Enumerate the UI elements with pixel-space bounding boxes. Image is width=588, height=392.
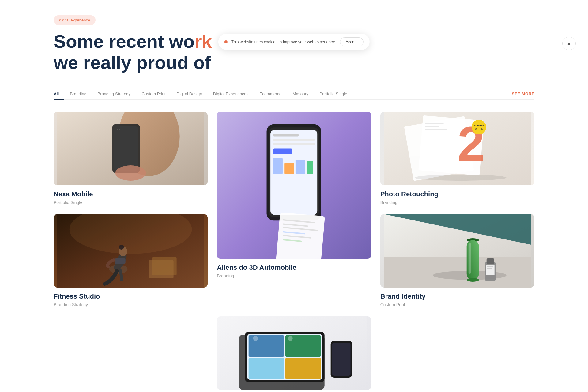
filter-branding-strategy[interactable]: Branding Strategy (92, 89, 136, 99)
svg-rect-53 (285, 358, 321, 379)
portfolio-thumb-5 (217, 316, 371, 390)
portfolio-thumb-6 (380, 214, 534, 288)
svg-point-4 (117, 129, 118, 130)
svg-rect-41 (152, 257, 177, 275)
svg-point-55 (288, 336, 293, 341)
svg-point-65 (466, 278, 479, 282)
heading-line2: we really proud of (54, 52, 211, 73)
svg-text:SCENES: SCENES (474, 124, 484, 127)
portfolio-thumb-4 (54, 214, 208, 288)
portfolio-title-3: Photo Retouching (380, 190, 534, 198)
svg-rect-19 (307, 161, 313, 174)
svg-point-31 (471, 120, 486, 134)
svg-rect-14 (273, 143, 315, 145)
filter-masonry[interactable]: Masonry (287, 89, 314, 99)
filter-custom-print[interactable]: Custom Print (136, 89, 171, 99)
portfolio-item-5[interactable]: Digital Experience Digital Design (217, 316, 371, 392)
portfolio-grid: Nexa Mobile Portfolio Single (54, 112, 534, 392)
cookie-message: This website uses cookies to improve you… (231, 40, 336, 44)
svg-rect-20 (275, 212, 325, 259)
svg-rect-45 (115, 258, 126, 264)
svg-point-44 (119, 245, 124, 250)
portfolio-category-3: Branding (380, 200, 534, 205)
filter-branding[interactable]: Branding (64, 89, 92, 99)
portfolio-category-2: Branding (217, 273, 371, 278)
portfolio-item-4[interactable]: Fitness Studio Branding Strategy (54, 214, 208, 307)
svg-point-37 (414, 175, 506, 181)
svg-rect-35 (425, 126, 439, 127)
svg-rect-3 (114, 126, 138, 171)
svg-rect-68 (486, 258, 494, 264)
cookie-accept-button[interactable]: Accept (340, 37, 364, 46)
svg-rect-36 (425, 129, 447, 130)
svg-text:OF THE: OF THE (475, 128, 483, 130)
svg-rect-57 (332, 343, 351, 376)
filter-digital-design[interactable]: Digital Design (171, 89, 207, 99)
portfolio-title-6: Brand Identity (380, 292, 534, 300)
filter-nav: All Branding Branding Strategy Custom Pr… (54, 89, 534, 100)
portfolio-thumb-1 (54, 112, 208, 185)
portfolio-title-1: Nexa Mobile (54, 190, 208, 198)
filter-portfolio-single[interactable]: Portfolio Single (314, 89, 353, 99)
portfolio-thumb-3: 2 SCENES OF THE (380, 112, 534, 185)
filter-ecommerce[interactable]: Ecommerce (254, 89, 287, 99)
svg-rect-18 (296, 160, 305, 174)
scroll-up-button[interactable]: ▲ (562, 37, 576, 50)
cookie-dot-icon (224, 40, 228, 43)
filter-digital-experiences[interactable]: Digital Experiences (208, 89, 254, 99)
section-tag: digital experience (54, 15, 96, 25)
svg-rect-13 (273, 139, 315, 141)
svg-point-54 (253, 336, 258, 341)
portfolio-item-6[interactable]: Brand Identity Custom Print (380, 214, 534, 307)
portfolio-title-4: Fitness Studio (54, 292, 208, 300)
portfolio-item-1[interactable]: Nexa Mobile Portfolio Single (54, 112, 208, 205)
main-content: digital experience Some recent work we r… (0, 0, 588, 392)
svg-rect-52 (249, 358, 284, 379)
svg-rect-17 (285, 163, 294, 174)
portfolio-category-4: Branding Strategy (54, 302, 208, 307)
heading-line1: Some recent work (54, 31, 212, 52)
svg-point-5 (119, 129, 120, 130)
svg-point-7 (115, 165, 146, 181)
svg-point-6 (122, 129, 123, 130)
filter-all[interactable]: All (54, 89, 64, 99)
cookie-banner: This website uses cookies to improve you… (218, 34, 370, 50)
chevron-up-icon: ▲ (567, 41, 571, 46)
portfolio-item-2[interactable]: Aliens do 3D Automobile Branding (217, 112, 371, 278)
svg-rect-66 (468, 243, 471, 274)
svg-rect-70 (487, 266, 493, 267)
portfolio-thumb-2 (217, 112, 371, 259)
svg-rect-15 (273, 148, 292, 154)
svg-rect-16 (273, 158, 283, 174)
portfolio-category-6: Custom Print (380, 302, 534, 307)
svg-rect-12 (273, 134, 299, 136)
portfolio-item-3[interactable]: 2 SCENES OF THE Photo Retouching Brandin… (380, 112, 534, 205)
see-more-button[interactable]: SEE MORE (512, 89, 534, 99)
portfolio-title-2: Aliens do 3D Automobile (217, 264, 371, 272)
portfolio-category-1: Portfolio Single (54, 200, 208, 205)
svg-rect-34 (425, 123, 443, 124)
svg-rect-71 (487, 268, 492, 269)
